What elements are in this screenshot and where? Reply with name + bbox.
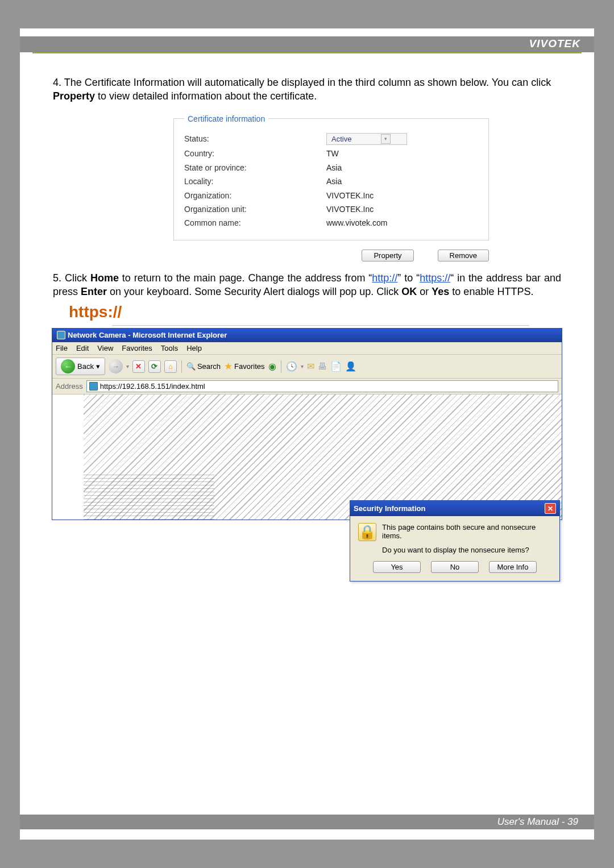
- search-label: Search: [197, 362, 221, 371]
- search-icon: 🔍: [186, 362, 196, 371]
- page-icon: [89, 382, 98, 391]
- security-title-bar: Security Information ✕: [350, 501, 559, 516]
- header-divider: [32, 52, 582, 53]
- history-chevron-icon: ▾: [301, 363, 304, 369]
- no-button[interactable]: No: [431, 561, 479, 573]
- security-line-2: Do you want to display the nonsecure ite…: [382, 546, 551, 554]
- toolbar-divider: [181, 360, 182, 373]
- step-4-text-a: The Certificate Information will automat…: [64, 77, 551, 88]
- menu-edit[interactable]: Edit: [76, 344, 89, 352]
- search-button[interactable]: 🔍Search: [186, 362, 221, 371]
- refresh-button[interactable]: ⟳: [148, 360, 161, 373]
- star-icon: ★: [224, 360, 233, 372]
- step5-e: on your keyboard. Some Security Alert di…: [107, 286, 401, 297]
- country-label: Country:: [184, 148, 326, 159]
- cn-value: www.vivotek.com: [326, 218, 387, 228]
- step5-enter: Enter: [81, 286, 107, 297]
- messenger-button[interactable]: 👤: [345, 361, 356, 372]
- ie-title-text: Network Camera - Microsoft Internet Expl…: [68, 331, 227, 339]
- ie-menu-bar: File Edit View Favorites Tools Help: [52, 342, 562, 355]
- status-label: Status:: [184, 134, 326, 144]
- step-5-num: 5.: [53, 272, 61, 284]
- viewport-graphic-2: [84, 474, 214, 520]
- lock-warning-icon: 🔒: [358, 523, 376, 541]
- home-button[interactable]: ⌂: [164, 360, 177, 373]
- step5-home: Home: [90, 272, 119, 284]
- close-button[interactable]: ✕: [545, 503, 556, 514]
- footer: User's Manual - 39: [20, 815, 594, 829]
- back-label: Back: [77, 362, 94, 371]
- step5-b: to return to the main page. Change the a…: [119, 272, 372, 284]
- step-4-property: Property: [53, 90, 95, 102]
- small-chevron: ▾: [126, 363, 129, 369]
- security-line-1: This page contains both secure and nonse…: [382, 523, 551, 540]
- step5-g: to enable HTTPS.: [449, 286, 533, 297]
- menu-file[interactable]: File: [56, 344, 68, 352]
- menu-view[interactable]: View: [97, 344, 113, 352]
- edit-button[interactable]: 📄: [330, 361, 342, 372]
- favorites-label: Favorites: [234, 362, 264, 371]
- ie-icon: [57, 331, 65, 339]
- state-label: State or province:: [184, 163, 326, 173]
- country-value: TW: [326, 148, 339, 159]
- home-icon: ⌂: [168, 362, 173, 371]
- address-input[interactable]: https://192.168.5.151/index.html: [86, 380, 558, 392]
- remove-button[interactable]: Remove: [438, 250, 489, 261]
- https-link[interactable]: https://: [420, 272, 450, 284]
- print-button[interactable]: 🖶: [318, 362, 327, 372]
- step-4: 4. The Certificate Information will auto…: [53, 76, 561, 103]
- back-button[interactable]: ← Back ▾: [56, 358, 105, 375]
- step-4-num: 4.: [53, 77, 61, 88]
- certificate-info-box: Certificate information Status: Active ▾…: [173, 114, 489, 240]
- status-select[interactable]: Active ▾: [326, 133, 407, 145]
- stop-icon: ✕: [135, 362, 142, 371]
- step-5: 5. Click Home to return to the main page…: [53, 272, 561, 299]
- step5-a: Click: [65, 272, 90, 284]
- address-bar-row: Address https://192.168.5.151/index.html: [52, 379, 562, 394]
- step5-ok: OK: [401, 286, 417, 297]
- menu-favorites[interactable]: Favorites: [122, 344, 152, 352]
- status-value: Active: [331, 134, 351, 144]
- ie-toolbar: ← Back ▾ → ▾ ✕ ⟳ ⌂ 🔍Search ★Favorites ◉ …: [52, 355, 562, 379]
- address-label: Address: [56, 382, 83, 391]
- property-button[interactable]: Property: [362, 250, 413, 261]
- chevron-down-icon: ▾: [96, 362, 100, 371]
- ie-window: Network Camera - Microsoft Internet Expl…: [52, 328, 562, 520]
- certificate-legend: Certificate information: [184, 114, 268, 124]
- orgunit-label: Organization unit:: [184, 204, 326, 214]
- locality-label: Locality:: [184, 176, 326, 186]
- toolbar-divider-2: [281, 360, 281, 373]
- forward-button[interactable]: →: [109, 359, 123, 373]
- step5-yes: Yes: [432, 286, 449, 297]
- https-underline: [112, 325, 529, 326]
- orgunit-value: VIVOTEK.Inc: [326, 204, 374, 214]
- security-title-text: Security Information: [354, 504, 425, 513]
- footer-page: 39: [567, 816, 578, 827]
- chevron-down-icon: ▾: [381, 134, 391, 144]
- menu-help[interactable]: Help: [186, 344, 202, 352]
- yes-button[interactable]: Yes: [373, 561, 421, 573]
- http-link[interactable]: http://: [372, 272, 397, 284]
- address-value: https://192.168.5.151/index.html: [100, 382, 205, 391]
- org-value: VIVOTEK.Inc: [326, 190, 374, 201]
- step5-f: or: [417, 286, 432, 297]
- back-arrow-icon: ←: [61, 359, 75, 373]
- step5-c: ” to “: [397, 272, 420, 284]
- cn-label: Common name:: [184, 218, 326, 228]
- media-button[interactable]: ◉: [268, 361, 276, 372]
- https-marker: https://: [69, 302, 122, 323]
- state-value: Asia: [326, 163, 342, 173]
- history-button[interactable]: 🕓: [286, 361, 297, 372]
- favorites-button[interactable]: ★Favorites: [224, 360, 264, 372]
- more-info-button[interactable]: More Info: [489, 561, 537, 573]
- ie-title-bar: Network Camera - Microsoft Internet Expl…: [52, 329, 562, 342]
- locality-value: Asia: [326, 176, 342, 186]
- mail-button[interactable]: ✉: [307, 361, 314, 372]
- refresh-icon: ⟳: [151, 362, 157, 371]
- brand-strip: VIVOTEK: [20, 36, 594, 52]
- step-4-text-b: to view detailed information about the c…: [95, 90, 317, 102]
- security-dialog: Security Information ✕ 🔒 This page conta…: [350, 500, 560, 582]
- menu-tools[interactable]: Tools: [161, 344, 178, 352]
- stop-button[interactable]: ✕: [132, 360, 145, 373]
- brand-name: VIVOTEK: [529, 38, 580, 49]
